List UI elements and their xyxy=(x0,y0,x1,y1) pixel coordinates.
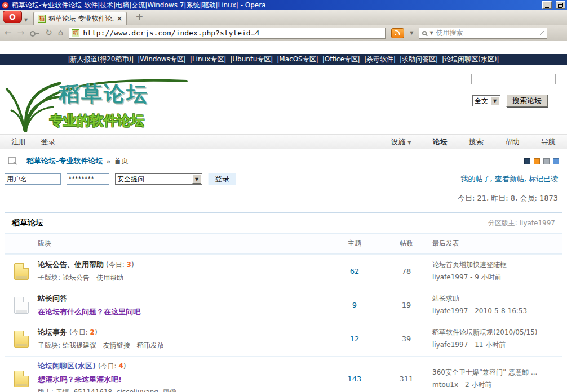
rewind-key-icon[interactable] xyxy=(30,31,39,35)
post-count: 19 xyxy=(380,301,432,309)
style-square-blue[interactable] xyxy=(553,158,559,164)
board-link[interactable]: 论坛事务 xyxy=(38,328,67,336)
column-threads: 主题 xyxy=(329,239,380,248)
browser-tab[interactable]: 稻 稻草论坛-专业软件论... × xyxy=(33,12,127,25)
url-field[interactable]: 稻 http://www.dcrjs.com/index.php?styleid… xyxy=(69,28,386,39)
opera-menu-chevron-icon[interactable]: ▼ xyxy=(24,17,28,23)
view-new-posts-link[interactable]: 查看新帖 xyxy=(495,175,524,183)
style-square-orange[interactable] xyxy=(534,158,540,164)
subforum-link[interactable]: 给我提建议 xyxy=(63,341,96,349)
password-field[interactable] xyxy=(67,173,109,185)
subforum-link[interactable]: 友情链接 xyxy=(103,341,130,349)
security-question-select[interactable]: 安全提问 ▼ xyxy=(115,173,202,185)
board-link[interactable]: 论坛闲聊区(水区) xyxy=(38,362,96,370)
search-scope-select[interactable]: 全文 ▼ xyxy=(472,95,500,106)
last-post-cell: 360安全卫士爆“兼容门” 恶意卸 ... mtou1x - 2 小时前 xyxy=(432,367,562,391)
board-status-icon xyxy=(14,371,29,387)
security-question-value: 安全提问 xyxy=(116,175,192,184)
menu-facilities[interactable]: 设施 ▼ xyxy=(391,137,411,146)
nav-link-help[interactable]: |求助问答区| xyxy=(400,55,438,64)
my-posts-link[interactable]: 我的帖子 xyxy=(460,175,490,183)
nav-link-water[interactable]: |论坛闲聊区(水区)| xyxy=(442,55,499,64)
tab-title: 稻草论坛-专业软件论... xyxy=(48,14,114,24)
url-favicon: 稻 xyxy=(72,29,79,37)
search-forum-button[interactable]: 搜索论坛 xyxy=(506,95,548,107)
tab-close-icon[interactable]: × xyxy=(117,15,122,23)
subforum-link[interactable]: 使用帮助 xyxy=(96,274,123,282)
nav-link-linux[interactable]: |Linux专区| xyxy=(190,55,226,64)
breadcrumb-site-link[interactable]: 稻草论坛-专业软件论坛 xyxy=(26,156,103,166)
thread-count[interactable]: 9 xyxy=(352,301,357,309)
browser-search-input[interactable]: ▼ 使用搜索 xyxy=(419,28,547,39)
board-link[interactable]: 论坛公告、使用帮助 xyxy=(38,260,104,269)
forum-category-panel: 稻草论坛 分区版主: liyafe1997 版块 主题 帖数 最后发表 论坛公告… xyxy=(5,212,562,392)
forum-search-input[interactable] xyxy=(471,74,556,84)
thread-count[interactable]: 62 xyxy=(350,267,360,275)
forward-icon[interactable]: → xyxy=(17,29,25,37)
moderators-list[interactable]: 无情, 651141618, ciscoliuyang, 唐僧 xyxy=(56,388,176,392)
window-title: 稻草论坛-专业软件论坛 软件|技术|电脑|交流|Windows 7|系统|驱动|… xyxy=(12,1,538,10)
restore-button[interactable] xyxy=(556,1,565,9)
page-content: |新人报道(得20稻币)| |Windows专区| |Linux专区| |Ubu… xyxy=(0,41,567,392)
subforum-link[interactable]: 论坛公告 xyxy=(63,274,90,282)
nav-link-office[interactable]: |Office专区| xyxy=(322,55,360,64)
mark-read-link[interactable]: 标记已读 xyxy=(529,175,558,183)
board-status-icon xyxy=(14,331,29,348)
nav-link-windows[interactable]: |Windows专区| xyxy=(138,55,186,64)
chevron-down-icon[interactable]: ▼ xyxy=(490,96,499,105)
menu-register[interactable]: 注册 xyxy=(11,137,26,146)
back-icon[interactable]: ← xyxy=(5,29,12,37)
board-link[interactable]: 站长问答 xyxy=(38,294,67,302)
breadcrumb-separator: » xyxy=(106,157,110,166)
column-posts: 帖数 xyxy=(380,239,432,248)
menu-navigation[interactable]: 导航 xyxy=(541,137,556,146)
menu-forum[interactable]: 论坛 xyxy=(433,137,448,146)
last-post-meta: liyafe1997 - 2010-5-8 16:53 xyxy=(432,307,527,315)
username-field[interactable] xyxy=(5,173,61,185)
search-engine-dropdown-icon[interactable]: ▼ xyxy=(429,30,433,35)
style-square-gray[interactable] xyxy=(543,158,550,164)
category-header: 稻草论坛 分区版主: liyafe1997 xyxy=(5,213,562,234)
menu-help[interactable]: 帮助 xyxy=(505,137,520,146)
last-post-title-link[interactable]: 站长求助 xyxy=(432,293,559,305)
today-count: (今日: 4) xyxy=(98,362,126,370)
nav-link-ubuntu[interactable]: |Ubuntu专区| xyxy=(230,55,273,64)
menu-search[interactable]: 搜索 xyxy=(469,137,484,146)
new-tab-button[interactable]: + xyxy=(135,11,143,23)
column-board: 版块 xyxy=(38,239,329,248)
quicklinks-separator: , xyxy=(490,175,494,183)
last-post-cell: 稻草软件论坛新坛规(2010/05/15) liyafe1997 - 11 小时… xyxy=(432,327,562,351)
restore-icon xyxy=(558,3,563,8)
table-row: 论坛事务(今日: 2) 子版块: 给我提建议友情链接稻币发放 12 39 稻草软… xyxy=(5,322,562,355)
login-button[interactable]: 登录 xyxy=(208,173,236,185)
top-nav-bar: |新人报道(得20稻币)| |Windows专区| |Linux专区| |Ubu… xyxy=(0,54,567,65)
last-post-meta: liyafe1997 - 11 小时前 xyxy=(432,341,506,349)
last-post-title-link[interactable]: 360安全卫士爆“兼容门” 恶意卸 ... xyxy=(432,367,559,379)
forum-note-icon xyxy=(8,157,17,165)
board-description: 想灌水吗？来这里灌水吧! xyxy=(38,375,329,385)
last-post-meta: mtou1x - 2 小时前 xyxy=(432,381,492,389)
chevron-down-icon[interactable]: ▼ xyxy=(192,175,201,184)
nav-link-newbie[interactable]: |新人报道(得20稻币)| xyxy=(68,55,134,64)
minimize-button[interactable] xyxy=(542,1,552,9)
rss-dropdown-icon[interactable]: ▼ xyxy=(410,30,413,35)
search-resize-grip[interactable] xyxy=(539,31,544,35)
opera-menu-button[interactable]: O xyxy=(3,11,22,23)
last-post-title-link[interactable]: 论坛首页增加快速登陆框 xyxy=(432,259,559,271)
last-post-title-link[interactable]: 稻草软件论坛新坛规(2010/05/15) xyxy=(432,327,559,339)
moderator-link[interactable]: liyafe1997 xyxy=(520,219,555,227)
home-icon[interactable]: ⌂ xyxy=(58,29,64,37)
tab-favicon: 稻 xyxy=(38,15,46,23)
thread-count[interactable]: 143 xyxy=(348,375,362,383)
nav-link-antivirus[interactable]: |杀毒软件| xyxy=(364,55,396,64)
nav-link-macos[interactable]: |MacOS专区| xyxy=(277,55,318,64)
category-title[interactable]: 稻草论坛 xyxy=(12,218,43,228)
menu-login[interactable]: 登录 xyxy=(41,137,55,146)
reload-icon[interactable]: ↻ xyxy=(45,29,52,37)
subforum-link[interactable]: 稻币发放 xyxy=(137,341,164,349)
rss-icon[interactable] xyxy=(391,28,404,38)
thread-count[interactable]: 12 xyxy=(350,335,360,343)
post-count: 39 xyxy=(380,335,432,343)
style-square-navy[interactable] xyxy=(524,158,530,164)
tab-bar: O ▼ 稻 稻草论坛-专业软件论... × + xyxy=(0,10,567,25)
